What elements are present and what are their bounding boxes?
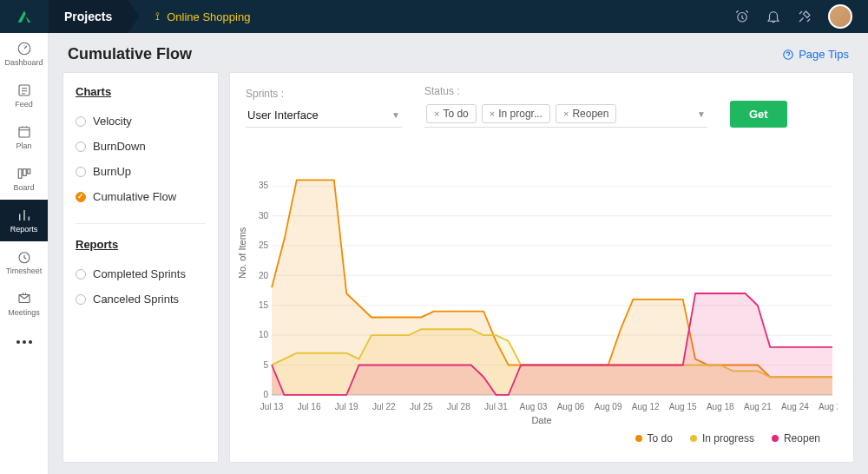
svg-text:Jul 19: Jul 19 <box>335 402 358 411</box>
page-title: Cumulative Flow <box>68 45 192 63</box>
sidebar-item-timesheet[interactable]: Timesheet <box>0 241 48 283</box>
sprints-dropdown[interactable]: User Interface ▼ <box>246 103 402 128</box>
svg-text:20: 20 <box>259 270 268 280</box>
legend-dot-icon <box>635 435 642 442</box>
alarm-icon[interactable] <box>734 9 750 24</box>
sidebar-item-reports[interactable]: Reports <box>0 200 48 241</box>
svg-text:10: 10 <box>259 330 268 339</box>
legend-dot-icon <box>772 435 779 442</box>
sprints-label: Sprints : <box>246 88 402 100</box>
svg-text:Aug 15: Aug 15 <box>669 402 697 411</box>
svg-text:Aug 09: Aug 09 <box>595 402 622 411</box>
reports-section-title: Reports <box>76 238 206 251</box>
svg-text:Jul 25: Jul 25 <box>410 402 433 411</box>
svg-text:35: 35 <box>259 181 268 190</box>
svg-rect-4 <box>18 169 22 179</box>
sidebar-item-board[interactable]: Board <box>0 158 48 200</box>
project-name: Online Shopping <box>167 10 250 23</box>
chart-option-burnup[interactable]: BurnUp <box>76 159 206 184</box>
svg-text:Jul 31: Jul 31 <box>484 402 508 411</box>
legend: To do In progress Reopen <box>246 425 838 450</box>
svg-text:Aug 03: Aug 03 <box>520 402 548 411</box>
sidebar: Dashboard Feed Plan Board Reports Timesh… <box>0 33 49 474</box>
chevron-down-icon: ▼ <box>697 109 706 119</box>
status-chip[interactable]: ×To do <box>426 104 477 123</box>
status-chip[interactable]: ×Reopen <box>556 104 616 123</box>
y-axis-label: No. of Items <box>237 227 247 278</box>
svg-text:Aug 24: Aug 24 <box>781 402 809 411</box>
svg-text:Aug 27: Aug 27 <box>819 402 838 411</box>
right-panel: Sprints : User Interface ▼ Status : ×To … <box>229 72 854 463</box>
divider <box>76 223 206 224</box>
report-option-canceled[interactable]: Canceled Sprints <box>76 286 206 312</box>
chart-option-velocity[interactable]: Velocity <box>76 109 206 134</box>
svg-text:Aug 18: Aug 18 <box>707 402 734 411</box>
sidebar-more[interactable] <box>0 325 48 359</box>
nav-projects[interactable]: Projects <box>49 0 128 33</box>
sidebar-item-meetings[interactable]: Meetings <box>0 283 48 325</box>
avatar[interactable] <box>828 4 852 29</box>
left-panel: Charts Velocity BurnDown BurnUp Cumulati… <box>62 72 219 463</box>
report-option-completed[interactable]: Completed Sprints <box>76 261 206 286</box>
tools-icon[interactable] <box>797 9 812 24</box>
svg-rect-6 <box>27 169 30 174</box>
svg-rect-5 <box>23 169 26 176</box>
sidebar-item-feed[interactable]: Feed <box>0 75 48 116</box>
chart: No. of Items 05101520253035Jul 13Jul 16J… <box>246 174 838 413</box>
sidebar-item-plan[interactable]: Plan <box>0 116 48 158</box>
svg-rect-3 <box>19 128 30 137</box>
svg-text:Aug 21: Aug 21 <box>744 402 772 411</box>
page-tips-link[interactable]: Page Tips <box>782 48 849 61</box>
radio-icon <box>76 116 86 127</box>
svg-text:Aug 06: Aug 06 <box>557 402 585 411</box>
status-chip[interactable]: ×In progr... <box>482 104 550 123</box>
bell-icon[interactable] <box>766 9 781 24</box>
legend-dot-icon <box>690 435 697 442</box>
radio-icon <box>76 269 86 280</box>
pin-icon: ⟟ <box>155 10 160 23</box>
svg-text:0: 0 <box>263 390 268 399</box>
chart-option-cumulative[interactable]: Cumulative Flow <box>76 184 206 209</box>
svg-text:Jul 28: Jul 28 <box>447 402 470 411</box>
get-button[interactable]: Get <box>730 101 787 128</box>
legend-item: To do <box>635 432 673 444</box>
sidebar-item-dashboard[interactable]: Dashboard <box>0 33 48 75</box>
legend-item: Reopen <box>772 432 820 444</box>
legend-item: In progress <box>690 432 754 444</box>
close-icon[interactable]: × <box>563 109 569 119</box>
status-multiselect[interactable]: ×To do ×In progr... ×Reopen ▼ <box>424 101 707 128</box>
close-icon[interactable]: × <box>434 109 439 119</box>
svg-text:Jul 13: Jul 13 <box>260 402 284 411</box>
svg-text:Jul 22: Jul 22 <box>372 402 396 411</box>
help-icon <box>782 49 794 61</box>
svg-text:15: 15 <box>259 300 268 310</box>
radio-icon <box>76 294 86 305</box>
radio-icon <box>76 142 86 152</box>
svg-text:Jul 16: Jul 16 <box>298 402 321 411</box>
svg-text:30: 30 <box>259 211 268 221</box>
svg-text:5: 5 <box>263 359 268 369</box>
close-icon[interactable]: × <box>490 109 495 119</box>
charts-section-title: Charts <box>76 85 206 98</box>
project-selector[interactable]: ⟟ Online Shopping <box>155 10 250 23</box>
radio-icon <box>76 167 86 177</box>
chevron-down-icon: ▼ <box>391 110 400 120</box>
radio-checked-icon <box>76 192 86 202</box>
svg-text:Aug 12: Aug 12 <box>632 402 660 411</box>
x-axis-label: Date <box>246 415 838 425</box>
topbar: Projects ⟟ Online Shopping <box>0 0 868 33</box>
status-label: Status : <box>424 85 707 97</box>
svg-text:25: 25 <box>259 240 268 250</box>
app-logo[interactable] <box>0 8 49 25</box>
chart-option-burndown[interactable]: BurnDown <box>76 134 206 159</box>
